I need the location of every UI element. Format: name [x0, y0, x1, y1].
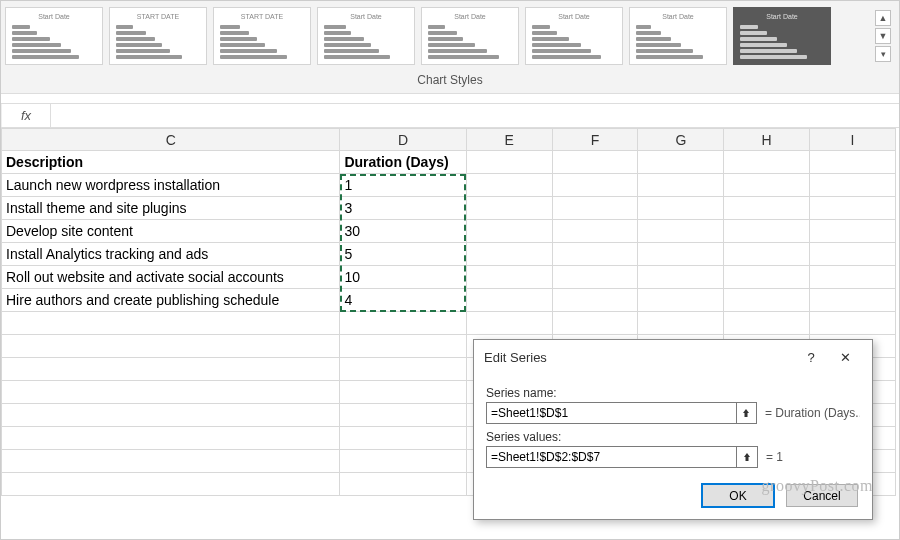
cell[interactable]: Hire authors and create publishing sched… — [2, 289, 340, 312]
cell[interactable] — [340, 358, 466, 381]
cell[interactable] — [340, 473, 466, 496]
cell[interactable] — [724, 220, 810, 243]
chart-style-thumb-6[interactable]: Start Date — [629, 7, 727, 65]
series-name-input[interactable] — [486, 402, 736, 424]
cell[interactable] — [724, 243, 810, 266]
cell[interactable] — [810, 197, 896, 220]
cell[interactable] — [552, 174, 638, 197]
cell[interactable] — [340, 427, 466, 450]
ok-button[interactable]: OK — [702, 484, 774, 507]
cell[interactable] — [466, 266, 552, 289]
cell[interactable] — [2, 312, 340, 335]
scroll-more-button[interactable]: ▾ — [875, 46, 891, 62]
cell[interactable] — [810, 312, 896, 335]
cell[interactable] — [724, 312, 810, 335]
cell[interactable]: 1 — [340, 174, 466, 197]
dialog-titlebar[interactable]: Edit Series ? ✕ — [474, 340, 872, 374]
scroll-up-button[interactable]: ▲ — [875, 10, 891, 26]
cell[interactable] — [810, 243, 896, 266]
chart-style-thumb-0[interactable]: Start Date — [5, 7, 103, 65]
cell[interactable] — [340, 450, 466, 473]
cell[interactable]: 4 — [340, 289, 466, 312]
cell[interactable] — [638, 312, 724, 335]
cell[interactable] — [724, 151, 810, 174]
cancel-button[interactable]: Cancel — [786, 484, 858, 507]
cell[interactable] — [810, 266, 896, 289]
cell[interactable] — [724, 174, 810, 197]
cell[interactable] — [638, 289, 724, 312]
cell[interactable] — [724, 289, 810, 312]
cell[interactable] — [466, 220, 552, 243]
collapse-range-button[interactable] — [736, 446, 758, 468]
help-button[interactable]: ? — [794, 346, 828, 368]
column-header-D[interactable]: D — [340, 129, 466, 151]
cell[interactable] — [466, 289, 552, 312]
cell[interactable] — [638, 197, 724, 220]
cell[interactable] — [2, 381, 340, 404]
collapse-range-button[interactable] — [736, 402, 757, 424]
cell[interactable] — [2, 358, 340, 381]
column-header-H[interactable]: H — [724, 129, 810, 151]
cell[interactable]: 5 — [340, 243, 466, 266]
column-header-G[interactable]: G — [638, 129, 724, 151]
cell[interactable] — [552, 312, 638, 335]
chart-style-thumb-4[interactable]: Start Date — [421, 7, 519, 65]
cell[interactable] — [724, 266, 810, 289]
cell[interactable]: Duration (Days) — [340, 151, 466, 174]
chart-style-thumb-2[interactable]: START DATE — [213, 7, 311, 65]
column-header-I[interactable]: I — [810, 129, 896, 151]
cell[interactable]: Install Analytics tracking and ads — [2, 243, 340, 266]
cell[interactable]: Description — [2, 151, 340, 174]
cell[interactable] — [2, 450, 340, 473]
cell[interactable] — [466, 174, 552, 197]
cell[interactable] — [552, 266, 638, 289]
cell[interactable] — [724, 197, 810, 220]
chart-style-thumb-5[interactable]: Start Date — [525, 7, 623, 65]
cell[interactable]: Install theme and site plugins — [2, 197, 340, 220]
cell[interactable] — [638, 220, 724, 243]
column-header-F[interactable]: F — [552, 129, 638, 151]
cell[interactable] — [340, 312, 466, 335]
cell[interactable] — [552, 197, 638, 220]
cell[interactable] — [552, 243, 638, 266]
cell[interactable] — [340, 404, 466, 427]
column-header-C[interactable]: C — [2, 129, 340, 151]
cell[interactable] — [638, 266, 724, 289]
cell[interactable]: 3 — [340, 197, 466, 220]
cell[interactable] — [466, 197, 552, 220]
cell[interactable]: Roll out website and activate social acc… — [2, 266, 340, 289]
chart-style-thumb-7[interactable]: Start Date — [733, 7, 831, 65]
chart-style-thumb-3[interactable]: Start Date — [317, 7, 415, 65]
cell[interactable] — [340, 381, 466, 404]
cell[interactable] — [2, 404, 340, 427]
cell[interactable] — [340, 335, 466, 358]
cell[interactable] — [466, 243, 552, 266]
cell[interactable] — [810, 220, 896, 243]
formula-input[interactable] — [51, 104, 899, 127]
cell[interactable] — [810, 151, 896, 174]
cell[interactable] — [466, 312, 552, 335]
cell[interactable] — [2, 427, 340, 450]
fx-icon[interactable]: fx — [1, 104, 51, 127]
cell[interactable] — [638, 243, 724, 266]
column-header-E[interactable]: E — [466, 129, 552, 151]
cell[interactable]: 10 — [340, 266, 466, 289]
cell[interactable]: Launch new wordpress installation — [2, 174, 340, 197]
cell[interactable]: Develop site content — [2, 220, 340, 243]
cell[interactable] — [466, 151, 552, 174]
cell[interactable] — [552, 289, 638, 312]
cell[interactable] — [552, 151, 638, 174]
cell[interactable] — [2, 473, 340, 496]
cell[interactable]: 30 — [340, 220, 466, 243]
scroll-down-button[interactable]: ▼ — [875, 28, 891, 44]
cell[interactable] — [810, 289, 896, 312]
cell[interactable] — [552, 220, 638, 243]
series-values-input[interactable] — [486, 446, 736, 468]
cell[interactable] — [638, 151, 724, 174]
formula-bar: fx — [1, 104, 899, 128]
close-button[interactable]: ✕ — [828, 346, 862, 368]
cell[interactable] — [638, 174, 724, 197]
chart-style-thumb-1[interactable]: START DATE — [109, 7, 207, 65]
cell[interactable] — [2, 335, 340, 358]
cell[interactable] — [810, 174, 896, 197]
